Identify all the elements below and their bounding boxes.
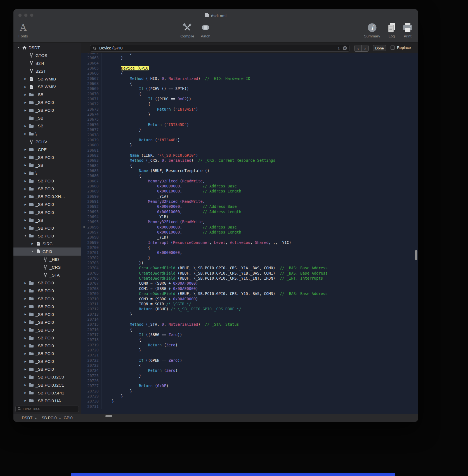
tree-item[interactable]: ▶_SB.PCI0 [13, 310, 81, 318]
tree-item[interactable]: ▶_SB.PCI0 [13, 99, 81, 106]
tree-item[interactable]: _STA [13, 271, 81, 279]
filter-tree-input[interactable]: Filter Tree [15, 406, 79, 412]
tree-item[interactable]: ▶_SB.PCI0 [13, 350, 81, 358]
disclosure-closed-icon[interactable]: ▶ [23, 227, 28, 229]
find-input[interactable]: Device (GPI0 1 ✕ [90, 45, 349, 52]
disclosure-closed-icon[interactable]: ▶ [23, 376, 28, 379]
disclosure-closed-icon[interactable]: ▶ [23, 297, 28, 300]
vertical-scrollbar-thumb[interactable] [415, 250, 417, 260]
tree-item[interactable]: ▶_SB [13, 161, 81, 169]
tree-item[interactable]: ▶_SB.PCI0 [13, 153, 81, 161]
tree-item[interactable]: GTOS [13, 51, 81, 59]
tree-item[interactable]: ▶_SB.PCI0 [13, 177, 81, 185]
tree-item[interactable]: _SB [13, 114, 81, 122]
replace-checkbox[interactable] [391, 46, 395, 50]
tree-item[interactable]: ▶_SB.PCI0.UA… [13, 397, 81, 404]
patch-button[interactable]: Patch [196, 22, 215, 38]
tree-item[interactable]: _HID [13, 256, 81, 263]
done-button[interactable]: Done [373, 45, 386, 51]
tree-item[interactable]: B2I4 [13, 59, 81, 67]
disclosure-closed-icon[interactable]: ▶ [23, 337, 28, 339]
disclosure-closed-icon[interactable]: ▶ [23, 360, 28, 363]
tree-item[interactable]: ▶_SB.WMIB [13, 75, 81, 83]
disclosure-closed-icon[interactable]: ▶ [23, 344, 28, 347]
search-icon[interactable] [93, 46, 98, 51]
horizontal-scrollbar-thumb[interactable] [105, 415, 112, 417]
tree-item[interactable]: PCHV [13, 138, 81, 146]
disclosure-closed-icon[interactable]: ▶ [23, 289, 28, 292]
disclosure-closed-icon[interactable]: ▶ [23, 109, 28, 112]
tree-item[interactable]: ▶_GPE [13, 146, 81, 153]
disclosure-closed-icon[interactable]: ▶ [23, 352, 28, 355]
disclosure-open-icon[interactable]: ▼ [23, 234, 28, 237]
disclosure-closed-icon[interactable]: ▶ [23, 164, 28, 166]
tree-item[interactable]: ▶_SB.PCI0 [13, 365, 81, 373]
disclosure-closed-icon[interactable]: ▶ [23, 282, 28, 284]
disclosure-closed-icon[interactable]: ▶ [23, 187, 28, 190]
tree-item[interactable]: ▶_SB.PCI0 [13, 318, 81, 326]
tree-item[interactable]: ▶_SB.PCI0 [13, 334, 81, 342]
tree-item[interactable]: ▶_SB [13, 91, 81, 99]
tree-item[interactable]: ▶\ [13, 130, 81, 138]
disclosure-closed-icon[interactable]: ▶ [23, 156, 28, 159]
tree-item[interactable]: ▶_SB.PCI0 [13, 303, 81, 310]
disclosure-closed-icon[interactable]: ▶ [23, 77, 28, 80]
tree-item[interactable]: ▶SIRC [13, 240, 81, 247]
splitter-handle[interactable] [83, 226, 85, 228]
disclosure-closed-icon[interactable]: ▶ [23, 101, 28, 104]
tree-item[interactable]: ▶_SB.PCI0 [13, 326, 81, 334]
disclosure-closed-icon[interactable]: ▶ [30, 242, 35, 245]
disclosure-closed-icon[interactable]: ▶ [23, 305, 28, 308]
tree-item[interactable]: ▶_SB.PCI0 [13, 295, 81, 303]
disclosure-closed-icon[interactable]: ▶ [23, 195, 28, 198]
summary-button[interactable]: i Summary [363, 22, 381, 38]
tree-item[interactable]: ▼DSDT [13, 44, 81, 51]
disclosure-closed-icon[interactable]: ▶ [23, 368, 28, 371]
disclosure-open-icon[interactable]: ▼ [16, 46, 21, 49]
find-previous-button[interactable]: ‹ [354, 45, 361, 51]
tree-item[interactable]: ▶_SB.PCI0 [13, 287, 81, 295]
disclosure-closed-icon[interactable]: ▶ [23, 148, 28, 151]
disclosure-closed-icon[interactable]: ▶ [23, 180, 28, 182]
tree-item[interactable]: _CRS [13, 263, 81, 271]
tree-item[interactable]: ▶_SB [13, 216, 81, 224]
sidebar-tree[interactable]: ▼DSDTGTOSB2I4B2ST▶_SB.WMIB▶_SB.WMIV▶_SB▶… [13, 44, 81, 404]
tree-item[interactable]: ▶\ [13, 169, 81, 177]
tree-item[interactable]: ▶_SB.PCI0 [13, 185, 81, 193]
tree-item[interactable]: ▶_SB.WMIV [13, 83, 81, 91]
breadcrumb-item[interactable]: DSDT [22, 416, 32, 420]
disclosure-closed-icon[interactable]: ▶ [23, 211, 28, 214]
tree-item[interactable]: ▶_SB [13, 122, 81, 130]
tree-item[interactable]: ▼_SB.PCI0 [13, 232, 81, 240]
tree-item[interactable]: ▶_SB.PCI0.XH… [13, 193, 81, 201]
fonts-button[interactable]: A Fonts [14, 22, 32, 38]
tree-item[interactable]: ▶_SB.PCI0.I2C1 [13, 381, 81, 389]
clear-search-button[interactable]: ✕ [343, 46, 347, 50]
disclosure-open-icon[interactable]: ▼ [30, 250, 35, 253]
disclosure-closed-icon[interactable]: ▶ [23, 85, 28, 88]
print-button[interactable]: Print [398, 22, 417, 38]
tree-item[interactable]: ▶_SB.PCI0 [13, 224, 81, 232]
tree-item[interactable]: ▶_SB.PCI0 [13, 201, 81, 208]
tree-item[interactable]: ▶_SB.PCI0 [13, 106, 81, 114]
breadcrumb-item[interactable]: _SB.PCI0 [39, 416, 56, 420]
disclosure-closed-icon[interactable]: ▶ [23, 93, 28, 96]
disclosure-closed-icon[interactable]: ▶ [23, 321, 28, 323]
tree-item[interactable]: B2ST [13, 67, 81, 75]
find-next-button[interactable]: › [361, 45, 368, 51]
disclosure-closed-icon[interactable]: ▶ [23, 203, 28, 206]
disclosure-closed-icon[interactable]: ▶ [23, 329, 28, 331]
tree-item[interactable]: ▶_SB.PCI0 [13, 342, 81, 350]
tree-item[interactable]: ▶_SB.PCI0.SPI1 [13, 389, 81, 397]
tree-item[interactable]: ▼GPI0 [13, 247, 81, 255]
compile-button[interactable]: Compile [178, 22, 197, 38]
disclosure-closed-icon[interactable]: ▶ [23, 399, 28, 402]
disclosure-closed-icon[interactable]: ▶ [23, 219, 28, 222]
code-editor[interactable]: 20662 }20663 }2066420665 Device (GPI0206… [81, 53, 418, 414]
tree-item[interactable]: ▶_SB.PCI0 [13, 208, 81, 216]
tree-item[interactable]: ▶_SB.PCI0 [13, 358, 81, 365]
disclosure-closed-icon[interactable]: ▶ [23, 132, 28, 135]
tree-item[interactable]: ▶_SB.PCI0 [13, 279, 81, 287]
disclosure-closed-icon[interactable]: ▶ [23, 384, 28, 386]
disclosure-closed-icon[interactable]: ▶ [23, 125, 28, 127]
